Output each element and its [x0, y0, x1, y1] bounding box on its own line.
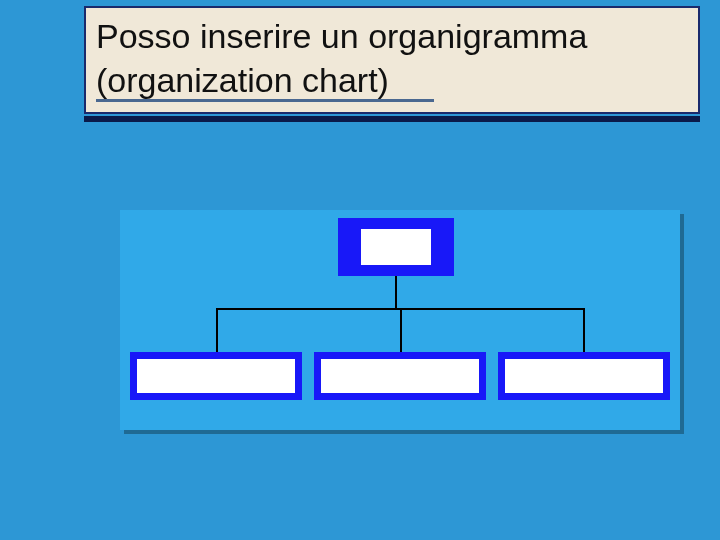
chart-shadow — [124, 430, 684, 434]
connector-line — [583, 308, 585, 352]
org-child-node[interactable] — [314, 352, 486, 400]
connector-line — [400, 308, 402, 352]
org-child-label — [321, 359, 479, 393]
title-panel: Posso inserire un organigramma (organiza… — [84, 6, 700, 114]
org-child-node[interactable] — [130, 352, 302, 400]
org-child-label — [137, 359, 295, 393]
connector-line — [216, 308, 218, 352]
org-chart — [120, 210, 680, 430]
org-child-node[interactable] — [498, 352, 670, 400]
org-root-label — [361, 229, 431, 265]
title-panel-shadow — [84, 116, 700, 122]
org-child-label — [505, 359, 663, 393]
org-root-node[interactable] — [338, 218, 454, 276]
slide-title: Posso inserire un organigramma (organiza… — [96, 14, 698, 102]
chart-shadow — [680, 214, 684, 434]
connector-line — [395, 276, 397, 308]
title-underline — [96, 99, 434, 102]
